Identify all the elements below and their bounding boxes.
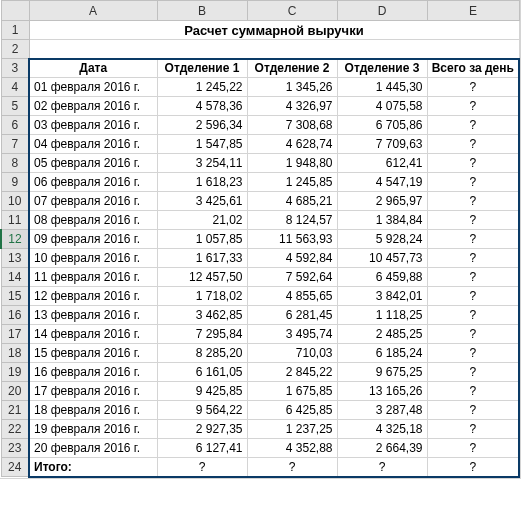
cell-total[interactable]: ? — [427, 363, 519, 382]
cell-date[interactable]: 03 февраля 2016 г. — [29, 116, 157, 135]
cell-d1[interactable]: 3 425,61 — [157, 192, 247, 211]
cell-d3[interactable]: 6 705,86 — [337, 116, 427, 135]
cell-d1[interactable]: 1 718,02 — [157, 287, 247, 306]
cell-date[interactable]: 17 февраля 2016 г. — [29, 382, 157, 401]
cell-date[interactable]: 10 февраля 2016 г. — [29, 249, 157, 268]
row-header-16[interactable]: 16 — [1, 306, 29, 325]
cell-date[interactable]: 05 февраля 2016 г. — [29, 154, 157, 173]
cell-d1[interactable]: 1 617,33 — [157, 249, 247, 268]
cell-d1[interactable]: 7 295,84 — [157, 325, 247, 344]
cell-d3[interactable]: 6 185,24 — [337, 344, 427, 363]
cell-total[interactable]: ? — [427, 211, 519, 230]
cell-total[interactable]: ? — [427, 325, 519, 344]
footer-d2[interactable]: ? — [247, 458, 337, 477]
blank-row[interactable] — [29, 40, 519, 59]
cell-total[interactable]: ? — [427, 439, 519, 458]
cell-total[interactable]: ? — [427, 420, 519, 439]
cell-d3[interactable]: 2 664,39 — [337, 439, 427, 458]
footer-d3[interactable]: ? — [337, 458, 427, 477]
cell-d2[interactable]: 2 845,22 — [247, 363, 337, 382]
cell-d2[interactable]: 1 345,26 — [247, 78, 337, 97]
cell-d3[interactable]: 3 287,48 — [337, 401, 427, 420]
cell-d2[interactable]: 1 948,80 — [247, 154, 337, 173]
cell-d3[interactable]: 612,41 — [337, 154, 427, 173]
row-header-7[interactable]: 7 — [1, 135, 29, 154]
row-header-24[interactable]: 24 — [1, 458, 29, 477]
row-header-17[interactable]: 17 — [1, 325, 29, 344]
grid[interactable]: A B C D E 1 Расчет суммарной выручки 2 3… — [0, 0, 520, 478]
cell-d2[interactable]: 4 685,21 — [247, 192, 337, 211]
cell-total[interactable]: ? — [427, 230, 519, 249]
footer-label[interactable]: Итого: — [29, 458, 157, 477]
cell-d1[interactable]: 6 127,41 — [157, 439, 247, 458]
cell-d3[interactable]: 9 675,25 — [337, 363, 427, 382]
cell-d1[interactable]: 9 425,85 — [157, 382, 247, 401]
cell-d1[interactable]: 1 547,85 — [157, 135, 247, 154]
row-header-8[interactable]: 8 — [1, 154, 29, 173]
cell-d1[interactable]: 12 457,50 — [157, 268, 247, 287]
cell-d2[interactable]: 7 592,64 — [247, 268, 337, 287]
col-header-A[interactable]: A — [29, 1, 157, 21]
cell-d3[interactable]: 7 709,63 — [337, 135, 427, 154]
row-header-10[interactable]: 10 — [1, 192, 29, 211]
cell-d3[interactable]: 4 547,19 — [337, 173, 427, 192]
cell-total[interactable]: ? — [427, 382, 519, 401]
cell-total[interactable]: ? — [427, 116, 519, 135]
cell-d3[interactable]: 1 118,25 — [337, 306, 427, 325]
cell-date[interactable]: 11 февраля 2016 г. — [29, 268, 157, 287]
cell-d2[interactable]: 4 592,84 — [247, 249, 337, 268]
cell-d1[interactable]: 3 254,11 — [157, 154, 247, 173]
cell-d1[interactable]: 9 564,22 — [157, 401, 247, 420]
row-header-3[interactable]: 3 — [1, 59, 29, 78]
cell-date[interactable]: 19 февраля 2016 г. — [29, 420, 157, 439]
cell-total[interactable]: ? — [427, 249, 519, 268]
row-header-22[interactable]: 22 — [1, 420, 29, 439]
row-header-18[interactable]: 18 — [1, 344, 29, 363]
cell-total[interactable]: ? — [427, 344, 519, 363]
header-date[interactable]: Дата — [29, 59, 157, 78]
cell-date[interactable]: 08 февраля 2016 г. — [29, 211, 157, 230]
cell-d1[interactable]: 6 161,05 — [157, 363, 247, 382]
cell-total[interactable]: ? — [427, 287, 519, 306]
cell-date[interactable]: 06 февраля 2016 г. — [29, 173, 157, 192]
cell-d1[interactable]: 4 578,36 — [157, 97, 247, 116]
row-header-1[interactable]: 1 — [1, 21, 29, 40]
select-all-corner[interactable] — [1, 1, 29, 21]
cell-d1[interactable]: 1 618,23 — [157, 173, 247, 192]
col-header-B[interactable]: B — [157, 1, 247, 21]
header-dept1[interactable]: Отделение 1 — [157, 59, 247, 78]
cell-d2[interactable]: 4 855,65 — [247, 287, 337, 306]
cell-d2[interactable]: 6 281,45 — [247, 306, 337, 325]
cell-d2[interactable]: 1 237,25 — [247, 420, 337, 439]
cell-d1[interactable]: 1 245,22 — [157, 78, 247, 97]
cell-d2[interactable]: 4 352,88 — [247, 439, 337, 458]
cell-total[interactable]: ? — [427, 306, 519, 325]
cell-date[interactable]: 16 февраля 2016 г. — [29, 363, 157, 382]
cell-total[interactable]: ? — [427, 135, 519, 154]
cell-date[interactable]: 04 февраля 2016 г. — [29, 135, 157, 154]
cell-d2[interactable]: 6 425,85 — [247, 401, 337, 420]
cell-date[interactable]: 14 февраля 2016 г. — [29, 325, 157, 344]
header-total[interactable]: Всего за день — [427, 59, 519, 78]
cell-total[interactable]: ? — [427, 154, 519, 173]
cell-date[interactable]: 01 февраля 2016 г. — [29, 78, 157, 97]
cell-d1[interactable]: 3 462,85 — [157, 306, 247, 325]
cell-d2[interactable]: 1 675,85 — [247, 382, 337, 401]
row-header-2[interactable]: 2 — [1, 40, 29, 59]
row-header-20[interactable]: 20 — [1, 382, 29, 401]
cell-d3[interactable]: 1 384,84 — [337, 211, 427, 230]
cell-d2[interactable]: 3 495,74 — [247, 325, 337, 344]
row-header-5[interactable]: 5 — [1, 97, 29, 116]
cell-d2[interactable]: 1 245,85 — [247, 173, 337, 192]
col-header-C[interactable]: C — [247, 1, 337, 21]
cell-d1[interactable]: 21,02 — [157, 211, 247, 230]
cell-total[interactable]: ? — [427, 78, 519, 97]
cell-d3[interactable]: 5 928,24 — [337, 230, 427, 249]
row-header-12[interactable]: 12 — [1, 230, 29, 249]
row-header-6[interactable]: 6 — [1, 116, 29, 135]
cell-d1[interactable]: 1 057,85 — [157, 230, 247, 249]
cell-d2[interactable]: 4 326,97 — [247, 97, 337, 116]
cell-d1[interactable]: 2 596,34 — [157, 116, 247, 135]
cell-total[interactable]: ? — [427, 192, 519, 211]
cell-date[interactable]: 02 февраля 2016 г. — [29, 97, 157, 116]
